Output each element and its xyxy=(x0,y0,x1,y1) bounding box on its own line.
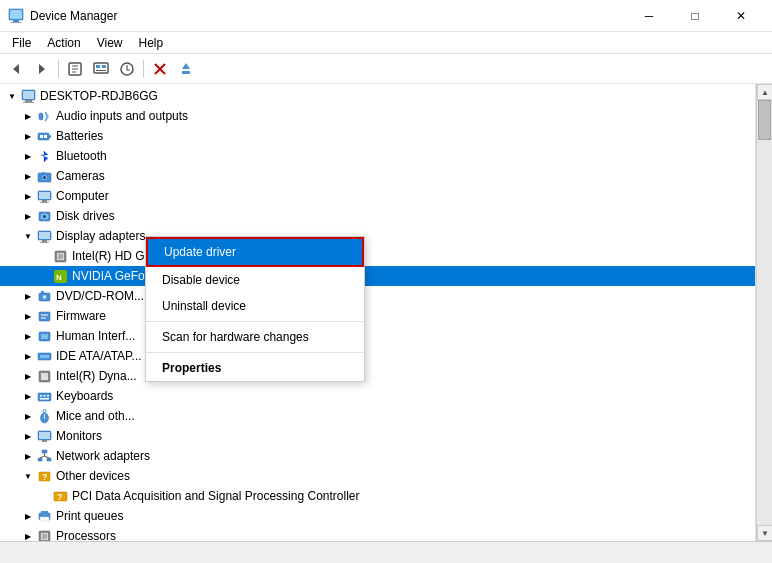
tree-item-display[interactable]: ▼ Display adapters xyxy=(0,226,755,246)
svg-rect-58 xyxy=(40,355,49,358)
scroll-down[interactable]: ▼ xyxy=(757,525,772,541)
svg-text:?: ? xyxy=(57,492,63,502)
tree-item-network[interactable]: ▶ Network adapters xyxy=(0,446,755,466)
svg-marker-4 xyxy=(13,64,19,74)
context-uninstall-device[interactable]: Uninstall device xyxy=(146,293,364,319)
menu-view[interactable]: View xyxy=(89,34,131,52)
pci-label: PCI Data Acquisition and Signal Processi… xyxy=(72,489,359,503)
tree-item-mice[interactable]: ▶ Mice and oth... xyxy=(0,406,755,426)
firmware-expand[interactable]: ▶ xyxy=(20,308,36,324)
close-button[interactable]: ✕ xyxy=(718,0,764,32)
menu-file[interactable]: File xyxy=(4,34,39,52)
scroll-up[interactable]: ▲ xyxy=(757,84,772,100)
back-button[interactable] xyxy=(4,57,28,81)
maximize-button[interactable]: □ xyxy=(672,0,718,32)
disk-expand[interactable]: ▶ xyxy=(20,208,36,224)
cameras-label: Cameras xyxy=(56,169,105,183)
keyboard-expand[interactable]: ▶ xyxy=(20,388,36,404)
human-icon xyxy=(36,328,52,344)
mice-label: Mice and oth... xyxy=(56,409,135,423)
ide-expand[interactable]: ▶ xyxy=(20,348,36,364)
tree-item-print[interactable]: ▶ Print queues xyxy=(0,506,755,526)
tree-item-nvidia[interactable]: N NVIDIA GeForce 940M xyxy=(0,266,755,286)
dvd-expand[interactable]: ▶ xyxy=(20,288,36,304)
tree-item-cameras[interactable]: ▶ Cameras xyxy=(0,166,755,186)
tree-item-other[interactable]: ▼ ? Other devices xyxy=(0,466,755,486)
svg-line-77 xyxy=(44,456,49,458)
tree-item-dvd[interactable]: ▶ DVD/CD-ROM... xyxy=(0,286,755,306)
context-disable-device[interactable]: Disable device xyxy=(146,267,364,293)
cameras-expand[interactable]: ▶ xyxy=(20,168,36,184)
monitors-expand[interactable]: ▶ xyxy=(20,428,36,444)
minimize-button[interactable]: ─ xyxy=(626,0,672,32)
menu-action[interactable]: Action xyxy=(39,34,88,52)
svg-rect-63 xyxy=(43,395,45,397)
bluetooth-expand[interactable]: ▶ xyxy=(20,148,36,164)
firmware-label: Firmware xyxy=(56,309,106,323)
other-icon: ? xyxy=(36,468,52,484)
tree-item-bluetooth[interactable]: ▶ Bluetooth xyxy=(0,146,755,166)
svg-rect-41 xyxy=(40,242,49,243)
tree-item-disk[interactable]: ▶ Disk drives xyxy=(0,206,755,226)
intel-icon xyxy=(52,248,68,264)
mice-expand[interactable]: ▶ xyxy=(20,408,36,424)
display-expand[interactable]: ▼ xyxy=(20,228,36,244)
device-tree[interactable]: ▼ DESKTOP-RDJB6GG ▶ Audio xyxy=(0,84,756,541)
context-properties[interactable]: Properties xyxy=(146,355,364,381)
tree-item-computer[interactable]: ▶ Computer xyxy=(0,186,755,206)
tree-item-intel-dyn[interactable]: ▶ Intel(R) Dyna... xyxy=(0,366,755,386)
human-expand[interactable]: ▶ xyxy=(20,328,36,344)
context-update-driver[interactable]: Update driver xyxy=(146,237,364,267)
keyboard-label: Keyboards xyxy=(56,389,113,403)
tree-item-intel-hd[interactable]: Intel(R) HD Graphics 520 xyxy=(0,246,755,266)
batteries-expand[interactable]: ▶ xyxy=(20,128,36,144)
computer-label: Computer xyxy=(56,189,109,203)
svg-rect-11 xyxy=(96,65,100,68)
tree-item-keyboard[interactable]: ▶ Keyboards xyxy=(0,386,755,406)
forward-button[interactable] xyxy=(30,57,54,81)
svg-point-38 xyxy=(43,215,46,218)
context-scan-hardware[interactable]: Scan for hardware changes xyxy=(146,324,364,350)
svg-rect-65 xyxy=(40,398,49,400)
properties-button[interactable] xyxy=(63,57,87,81)
svg-rect-52 xyxy=(39,312,50,321)
network-expand[interactable]: ▶ xyxy=(20,448,36,464)
tree-item-human[interactable]: ▶ Human Interf... xyxy=(0,326,755,346)
scroll-thumb[interactable] xyxy=(758,100,771,140)
ide-icon xyxy=(36,348,52,364)
computer-expand[interactable]: ▶ xyxy=(20,188,36,204)
tree-item-pci[interactable]: ? PCI Data Acquisition and Signal Proces… xyxy=(0,486,755,506)
print-expand[interactable]: ▶ xyxy=(20,508,36,524)
tree-item-batteries[interactable]: ▶ Batteries xyxy=(0,126,755,146)
scroll-track[interactable] xyxy=(757,100,772,525)
audio-expand[interactable]: ▶ xyxy=(20,108,36,124)
processors-expand[interactable]: ▶ xyxy=(20,528,36,541)
svg-rect-83 xyxy=(41,511,48,514)
disk-icon xyxy=(36,208,52,224)
root-expand-arrow[interactable]: ▼ xyxy=(4,88,20,104)
svg-rect-33 xyxy=(42,200,47,202)
tree-root[interactable]: ▼ DESKTOP-RDJB6GG xyxy=(0,86,755,106)
install-button[interactable] xyxy=(174,57,198,81)
svg-rect-60 xyxy=(41,373,48,380)
scan-button[interactable] xyxy=(89,57,113,81)
tree-item-monitors[interactable]: ▶ Monitors xyxy=(0,426,755,446)
svg-rect-35 xyxy=(39,192,50,199)
other-expand[interactable]: ▼ xyxy=(20,468,36,484)
remove-button[interactable] xyxy=(148,57,172,81)
svg-rect-31 xyxy=(42,172,45,174)
mice-icon xyxy=(36,408,52,424)
menu-help[interactable]: Help xyxy=(131,34,172,52)
update-button[interactable] xyxy=(115,57,139,81)
intel-dyn-expand[interactable]: ▶ xyxy=(20,368,36,384)
toolbar-separator-1 xyxy=(58,60,59,78)
tree-item-audio[interactable]: ▶ Audio inputs and outputs xyxy=(0,106,755,126)
computer-icon xyxy=(20,88,36,104)
tree-item-firmware[interactable]: ▶ Firmware xyxy=(0,306,755,326)
cameras-icon xyxy=(36,168,52,184)
tree-item-ide[interactable]: ▶ IDE ATA/ATAP... xyxy=(0,346,755,366)
tree-item-processors[interactable]: ▶ Processors xyxy=(0,526,755,541)
dvd-label: DVD/CD-ROM... xyxy=(56,289,144,303)
audio-label: Audio inputs and outputs xyxy=(56,109,188,123)
scrollbar[interactable]: ▲ ▼ xyxy=(756,84,772,541)
